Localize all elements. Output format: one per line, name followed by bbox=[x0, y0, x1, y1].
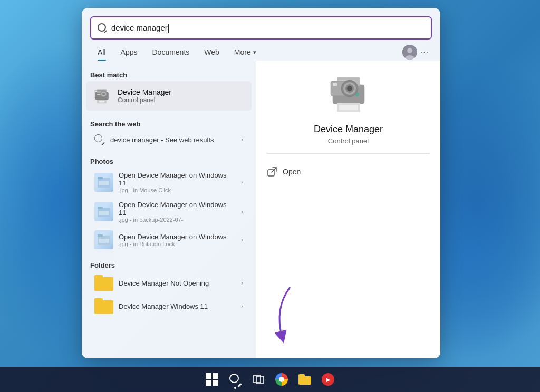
photo-thumb-3 bbox=[94, 230, 113, 249]
detail-divider bbox=[267, 153, 430, 154]
task-view-icon bbox=[253, 375, 264, 384]
web-query: device manager bbox=[110, 136, 159, 144]
detail-panel: Device Manager Control panel bbox=[256, 61, 440, 358]
svg-rect-25 bbox=[339, 105, 358, 110]
device-manager-large-icon bbox=[327, 73, 370, 115]
cursor bbox=[168, 24, 169, 33]
svg-rect-15 bbox=[99, 181, 109, 185]
svg-rect-14 bbox=[98, 177, 103, 179]
photo-item-text-2: Open Device Manager on Windows 11 .jpg -… bbox=[119, 201, 236, 223]
folder-icon-2 bbox=[94, 298, 113, 314]
taskbar-fileexplorer-button[interactable] bbox=[294, 369, 315, 390]
web-search-icon bbox=[94, 134, 105, 145]
search-taskbar-icon bbox=[229, 374, 241, 385]
search-box-container: device manager bbox=[82, 8, 440, 40]
photo-sub-2: .jpg - in backup-2022-07- bbox=[119, 217, 236, 223]
svg-point-1 bbox=[407, 48, 412, 53]
photo-icon-2 bbox=[98, 207, 110, 217]
list-item[interactable]: Open Device Manager on Windows 11 .jpg -… bbox=[86, 197, 252, 227]
svg-point-34 bbox=[347, 86, 352, 91]
web-section-label: Search the web bbox=[82, 116, 256, 130]
user-avatar[interactable] bbox=[402, 45, 417, 60]
folder-title-1: Device Manager Not Opening bbox=[119, 279, 236, 287]
taskbar bbox=[0, 367, 540, 392]
chrome-icon bbox=[275, 373, 288, 386]
folder-title-2: Device Manager Windows 11 bbox=[119, 302, 236, 310]
svg-point-12 bbox=[102, 93, 105, 95]
detail-title: Device Manager bbox=[314, 124, 383, 135]
best-match-subtitle: Control panel bbox=[118, 96, 171, 104]
detail-icon-large bbox=[327, 73, 370, 115]
photo-icon-1 bbox=[98, 177, 110, 188]
search-panel: device manager All Apps Documents Web Mo… bbox=[82, 8, 440, 358]
tab-documents[interactable]: Documents bbox=[144, 44, 197, 61]
taskbar-cast-button[interactable] bbox=[317, 369, 339, 390]
list-item[interactable]: Open Device Manager on Windows 11 .jpg -… bbox=[86, 168, 252, 197]
detail-subtitle: Control panel bbox=[328, 137, 369, 145]
avatar-icon bbox=[402, 45, 417, 60]
tab-all[interactable]: All bbox=[90, 44, 113, 61]
best-match-item[interactable]: Device Manager Control panel bbox=[86, 81, 252, 111]
chevron-right-icon: › bbox=[241, 136, 243, 143]
taskbar-taskview-button[interactable] bbox=[248, 369, 269, 390]
photo-item-text-1: Open Device Manager on Windows 11 .jpg -… bbox=[119, 171, 236, 193]
photo-thumb-1 bbox=[94, 173, 113, 192]
photo-chevron-3: › bbox=[241, 236, 243, 243]
tab-web[interactable]: Web bbox=[197, 44, 227, 61]
photo-thumb-inner-3 bbox=[94, 230, 113, 249]
svg-rect-18 bbox=[99, 211, 109, 215]
svg-rect-35 bbox=[333, 83, 337, 86]
best-match-label: Best match bbox=[82, 67, 256, 81]
search-input-value: device manager bbox=[111, 23, 168, 32]
file-explorer-icon bbox=[298, 374, 311, 385]
folder-item-text-1: Device Manager Not Opening bbox=[119, 279, 236, 287]
best-match-text: Device Manager Control panel bbox=[118, 88, 171, 104]
results-panel: Best match bbox=[82, 61, 256, 358]
photo-main-2: Open Device Manager on Windows 11 bbox=[119, 201, 236, 217]
svg-rect-6 bbox=[99, 101, 105, 103]
list-item[interactable]: Open Device Manager on Windows .jpg - in… bbox=[86, 227, 252, 253]
device-manager-icon bbox=[92, 86, 111, 105]
open-label: Open bbox=[283, 168, 301, 176]
windows-logo-icon bbox=[206, 373, 218, 386]
photo-main-3: Open Device Manager on Windows bbox=[119, 233, 236, 241]
web-suffix: - See web results bbox=[161, 136, 214, 144]
list-item[interactable]: Device Manager Windows 11 › bbox=[86, 295, 252, 318]
tab-apps[interactable]: Apps bbox=[113, 44, 145, 61]
taskbar-windows-button[interactable] bbox=[201, 369, 223, 390]
desktop: device manager All Apps Documents Web Mo… bbox=[0, 0, 540, 392]
svg-rect-17 bbox=[98, 207, 103, 209]
folder-icon-1 bbox=[94, 275, 113, 291]
photo-thumb-inner-1 bbox=[94, 173, 113, 192]
photo-sub-1: .jpg - in Mouse Click bbox=[119, 187, 236, 193]
web-search-text: device manager - See web results bbox=[110, 136, 236, 144]
photos-section-label: Photos bbox=[82, 153, 256, 168]
open-icon bbox=[267, 166, 277, 177]
search-tabs: All Apps Documents Web More ··· bbox=[82, 44, 440, 61]
search-icon bbox=[98, 23, 107, 33]
search-content: Best match bbox=[82, 61, 440, 358]
photo-item-text-3: Open Device Manager on Windows .jpg - in… bbox=[119, 233, 236, 247]
folders-section-label: Folders bbox=[82, 257, 256, 271]
search-input[interactable]: device manager bbox=[111, 23, 425, 33]
photo-sub-3: .jpg - in Rotation Lock bbox=[119, 241, 236, 247]
detail-actions: Open bbox=[267, 162, 430, 181]
active-indicator bbox=[234, 387, 236, 389]
search-box[interactable]: device manager bbox=[90, 16, 432, 40]
photo-thumb-2 bbox=[94, 202, 113, 221]
list-item[interactable]: Device Manager Not Opening › bbox=[86, 271, 252, 295]
open-action[interactable]: Open bbox=[267, 162, 430, 181]
more-options-button[interactable]: ··· bbox=[417, 45, 432, 60]
svg-rect-20 bbox=[98, 234, 103, 237]
taskbar-search-button[interactable] bbox=[225, 369, 246, 390]
tab-more[interactable]: More bbox=[227, 44, 264, 61]
taskbar-chrome-button[interactable] bbox=[271, 369, 292, 390]
device-manager-small-icon bbox=[93, 87, 110, 104]
photo-thumb-inner-2 bbox=[94, 202, 113, 221]
web-search-item[interactable]: device manager - See web results › bbox=[86, 130, 252, 149]
folder-chevron-1: › bbox=[241, 279, 243, 287]
svg-rect-21 bbox=[99, 239, 109, 243]
photo-chevron-2: › bbox=[241, 208, 243, 215]
photo-chevron-1: › bbox=[241, 179, 243, 186]
best-match-title: Device Manager bbox=[118, 88, 171, 96]
